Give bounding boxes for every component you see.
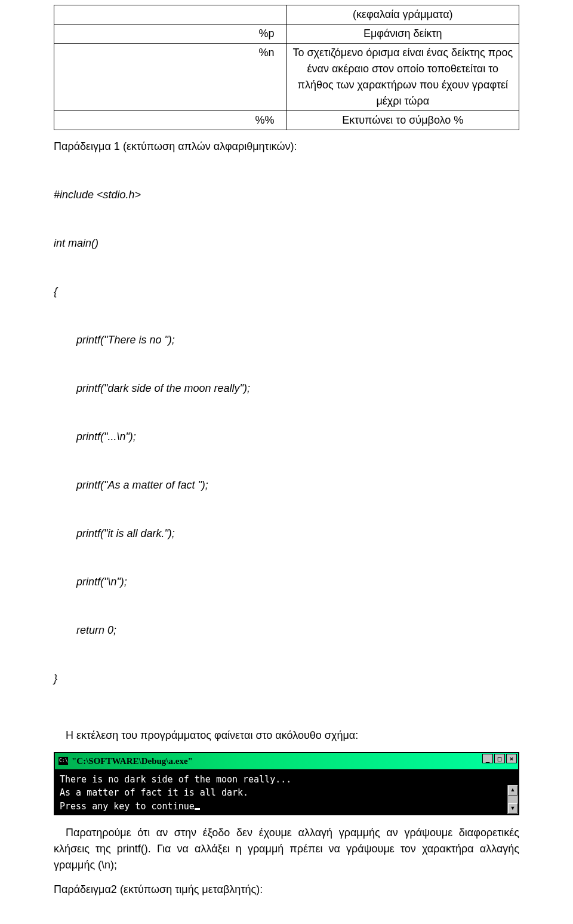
format-spec-table: (κεφαλαία γράμματα) %p Εμφάνιση δείκτη %…: [54, 5, 519, 130]
code-line: {: [54, 284, 519, 300]
terminal-title-bar: "C:\SOFTWARE\Debug\a.exe" _ □ ×: [54, 752, 519, 770]
cell-pct-spec: %%: [54, 111, 287, 130]
cell-n-spec: %n: [54, 44, 287, 111]
example2-title: Παράδειγμα2 (εκτύπωση τιμής μεταβλητής):: [54, 882, 519, 898]
cell-n-desc: Το σχετιζόμενο όρισμα είναι ένας δείκτης…: [286, 44, 519, 111]
term-line: There is no dark side of the moon really…: [60, 774, 291, 785]
term-line: Press any key to continue: [60, 801, 195, 812]
code-line: }: [54, 671, 519, 687]
observation-1: Παρατηρούμε ότι αν στην έξοδο δεν έχουμε…: [54, 825, 519, 873]
code-line: printf("There is no ");: [54, 332, 519, 348]
terminal-output: There is no dark side of the moon really…: [54, 770, 519, 816]
exec-note-1: Η εκτέλεση του προγράμματος φαίνεται στο…: [54, 727, 519, 744]
code-line: printf("it is all dark.");: [54, 526, 519, 542]
code-line: printf("As a matter of fact ");: [54, 477, 519, 493]
code-line: printf("dark side of the moon really");: [54, 380, 519, 397]
cell-empty: [54, 5, 287, 24]
cell-p-desc: Εμφάνιση δείκτη: [286, 24, 519, 44]
example1-title: Παράδειγμα 1 (εκτύπωση απλών αλφαριθμητι…: [54, 139, 519, 155]
code-line: printf("\n");: [54, 574, 519, 590]
code-line: int main(): [54, 235, 519, 251]
maximize-button[interactable]: □: [494, 754, 505, 763]
cell-p-spec: %p: [54, 24, 287, 44]
terminal-1: "C:\SOFTWARE\Debug\a.exe" _ □ × There is…: [54, 752, 519, 815]
example1-code: #include <stdio.h> int main() { printf("…: [54, 155, 519, 719]
code-line: printf("...\n");: [54, 429, 519, 445]
code-line: return 0;: [54, 622, 519, 638]
cmd-icon: [58, 757, 68, 765]
scroll-down-button[interactable]: ▼: [508, 803, 517, 814]
cell-caps: (κεφαλαία γράμματα): [286, 5, 519, 24]
code-line: #include <stdio.h>: [54, 187, 519, 203]
example2-code: float x = 3.2; printf("O arithos x einai…: [54, 898, 519, 924]
cursor-icon: [195, 808, 200, 810]
terminal-title-text: "C:\SOFTWARE\Debug\a.exe": [72, 754, 193, 768]
scroll-up-button[interactable]: ▲: [508, 785, 517, 796]
cell-pct-desc: Εκτυπώνει το σύμβολο %: [286, 111, 519, 130]
term-line: As a matter of fact it is all dark.: [60, 787, 248, 798]
minimize-button[interactable]: _: [482, 754, 493, 763]
close-button[interactable]: ×: [506, 754, 517, 763]
vertical-scrollbar[interactable]: ▲ ▼: [507, 785, 518, 815]
